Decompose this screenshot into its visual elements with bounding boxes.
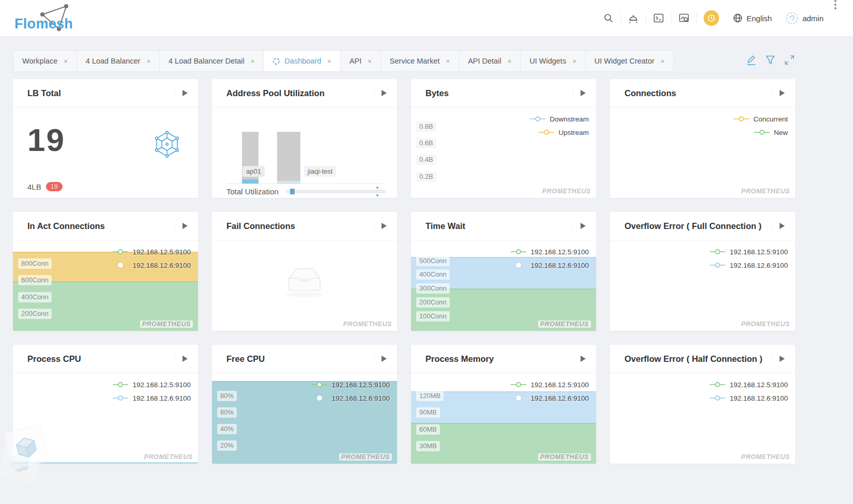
- legend-item[interactable]: 192.168.12.5:9100: [312, 378, 390, 391]
- user-menu[interactable]: admin: [779, 0, 830, 36]
- close-tab-icon[interactable]: ×: [661, 57, 665, 65]
- legend-item[interactable]: 192.168.12.6:9100: [511, 391, 589, 405]
- user-seal-icon: [785, 11, 799, 25]
- y-tick: 30MB: [416, 441, 440, 451]
- legend-item[interactable]: New: [734, 126, 788, 139]
- tab-ui-widgets[interactable]: UI Widgets ×: [520, 50, 586, 72]
- terminal-button[interactable]: [646, 0, 671, 36]
- legend-item[interactable]: 192.168.12.5:9100: [710, 378, 788, 391]
- legend-item[interactable]: Downstream: [530, 112, 589, 126]
- close-tab-icon[interactable]: ×: [327, 57, 331, 65]
- close-tab-icon[interactable]: ×: [251, 57, 255, 65]
- filter-button[interactable]: [765, 54, 776, 66]
- user-avatar[interactable]: [697, 0, 726, 36]
- tab-service-market[interactable]: Service Market ×: [380, 50, 459, 72]
- chart-legend: Concurrent New: [734, 112, 788, 139]
- search-icon: [603, 13, 614, 23]
- chart-legend: 192.168.12.5:9100 192.168.12.6:9100: [710, 378, 788, 405]
- legend-item[interactable]: 192.168.12.5:9100: [511, 245, 589, 258]
- tab-load-balancer[interactable]: 4 Load Balancer ×: [77, 50, 160, 72]
- more-menu-button[interactable]: [830, 0, 841, 36]
- legend-marker-yellow: [734, 116, 749, 122]
- legend-item[interactable]: 192.168.12.6:9100: [511, 258, 589, 272]
- prometheus-watermark: PROMETHEUS: [339, 453, 392, 461]
- alarm-bell-icon: [628, 12, 639, 24]
- y-tick: 60MB: [416, 424, 440, 435]
- logo[interactable]: Flomesh: [14, 5, 113, 34]
- slider-handle-top[interactable]: [376, 187, 378, 189]
- prometheus-watermark: PROMETHEUS: [741, 188, 790, 195]
- run-widget-button[interactable]: [581, 356, 586, 362]
- language-switch[interactable]: English: [726, 0, 779, 36]
- close-tab-icon[interactable]: ×: [64, 57, 68, 65]
- prometheus-watermark: PROMETHEUS: [538, 320, 591, 328]
- close-tab-icon[interactable]: ×: [446, 57, 450, 65]
- run-widget-button[interactable]: [382, 356, 387, 362]
- legend-item[interactable]: 192.168.12.6:9100: [312, 391, 390, 405]
- legend-marker-green: [710, 249, 725, 255]
- sync-icon: [272, 57, 280, 65]
- close-tab-icon[interactable]: ×: [572, 57, 576, 65]
- run-widget-button[interactable]: [182, 223, 188, 229]
- legend-item[interactable]: 192.168.12.5:9100: [511, 378, 589, 391]
- prometheus-watermark: PROMETHEUS: [741, 320, 790, 328]
- run-widget-button[interactable]: [182, 356, 188, 362]
- tab-load-balancer-detail[interactable]: 4 Load Balancer Detail ×: [159, 50, 264, 72]
- slider-handle-bottom[interactable]: [376, 194, 378, 196]
- y-tick: 0.4B: [416, 155, 436, 165]
- legend-item[interactable]: 192.168.12.6:9100: [710, 391, 788, 405]
- legend-item[interactable]: Concurrent: [734, 112, 788, 126]
- tab-dashboard-active[interactable]: Dashboard ×: [263, 50, 341, 72]
- y-tick: 400Conn: [18, 292, 52, 302]
- legend-marker-green: [754, 130, 770, 135]
- slider-thumb[interactable]: [290, 189, 295, 194]
- preview-button[interactable]: [672, 0, 696, 36]
- tab-api[interactable]: API ×: [340, 50, 381, 72]
- utilization-slider[interactable]: [286, 190, 386, 193]
- chart-legend: 192.168.12.5:9100 192.168.12.6:9100: [113, 245, 191, 272]
- run-widget-button[interactable]: [780, 356, 785, 362]
- legend-item[interactable]: 192.168.12.6:9100: [710, 258, 788, 272]
- legend-marker-blue: [530, 116, 545, 122]
- prometheus-watermark: PROMETHEUS: [542, 188, 591, 195]
- tab-workplace[interactable]: Workplace ×: [13, 50, 77, 72]
- close-tab-icon[interactable]: ×: [146, 57, 150, 65]
- run-widget-button[interactable]: [780, 223, 785, 229]
- edit-button[interactable]: [745, 54, 757, 66]
- run-widget-button[interactable]: [780, 90, 785, 96]
- fullscreen-button[interactable]: [784, 54, 795, 66]
- tab-ui-widget-creator[interactable]: UI Widget Creator ×: [585, 50, 674, 72]
- run-widget-button[interactable]: [182, 90, 188, 96]
- legend-item[interactable]: 192.168.12.6:9100: [113, 258, 191, 272]
- y-tick: 80%: [217, 391, 237, 401]
- legend-item[interactable]: 192.168.12.6:9100: [113, 391, 191, 405]
- card-title: Free CPU: [226, 354, 370, 364]
- legend-item[interactable]: 192.168.12.5:9100: [710, 245, 788, 258]
- card-title: Overflow Error ( Full Connection ): [624, 221, 768, 231]
- run-widget-button[interactable]: [581, 223, 586, 229]
- tab-api-detail[interactable]: API Detail ×: [459, 50, 521, 72]
- bar-label-jiaqi-test: jiaqi-test: [304, 166, 336, 177]
- legend-item[interactable]: 192.168.12.5:9100: [113, 378, 191, 391]
- card-bytes: Bytes Downstream Upstream 0.8B 0.6B: [411, 79, 596, 198]
- legend-item[interactable]: Upstream: [530, 126, 589, 139]
- run-widget-button[interactable]: [382, 90, 387, 96]
- run-widget-button[interactable]: [581, 90, 586, 96]
- y-tick: 400Conn: [416, 269, 450, 280]
- close-tab-icon[interactable]: ×: [368, 57, 372, 65]
- search-button[interactable]: [597, 0, 620, 36]
- close-tab-icon[interactable]: ×: [508, 57, 512, 65]
- utilization-slider-row: Total Utilization: [226, 186, 386, 196]
- legend-marker-green: [710, 382, 725, 388]
- empty-state: [212, 263, 397, 299]
- alerts-button[interactable]: [621, 0, 646, 36]
- y-tick: 800Conn: [18, 258, 52, 269]
- capacity-bar-jiaqi-test[interactable]: [277, 132, 300, 184]
- run-widget-button[interactable]: [382, 223, 387, 229]
- card-overflow-error-half: Overflow Error ( Half Connection ) 192.1…: [610, 345, 795, 464]
- y-tick: 0.8B: [416, 121, 436, 132]
- tab-bar: Workplace × 4 Load Balancer × 4 Load Bal…: [13, 50, 673, 72]
- legend-marker-green: [113, 382, 128, 388]
- bar-label-ap01: ap01: [242, 166, 265, 177]
- legend-item[interactable]: 192.168.12.5:9100: [113, 245, 191, 258]
